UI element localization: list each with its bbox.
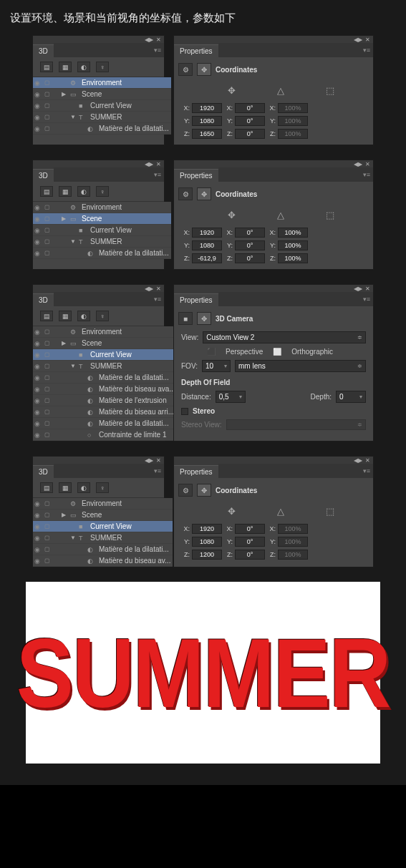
visibility-icon[interactable]: ◉ (34, 409, 42, 416)
panel-tab[interactable]: 3D (33, 465, 54, 478)
target-icon[interactable]: ▢ (44, 204, 52, 210)
target-icon[interactable]: ▢ (44, 79, 52, 86)
scale-field[interactable]: 100% (278, 253, 308, 263)
visibility-icon[interactable]: ◉ (34, 557, 42, 565)
tree-item[interactable]: ◉ ▢ ▼ T SUMMER (33, 532, 173, 544)
filter-scene-btn[interactable]: ▤ (40, 186, 53, 197)
filter-scene-btn[interactable]: ▤ (40, 482, 53, 493)
visibility-icon[interactable]: ◉ (34, 397, 42, 404)
position-field[interactable]: 1080 (192, 537, 222, 547)
mesh-mode-btn[interactable]: ⚙ (178, 484, 193, 497)
collapse-icon[interactable]: ◀▶ (354, 457, 362, 464)
visibility-icon[interactable]: ◉ (34, 351, 42, 359)
visibility-icon[interactable]: ◉ (34, 363, 42, 370)
coord-mode-btn[interactable]: ✥ (197, 312, 211, 325)
tree-item[interactable]: ◉ ▢ ■ Current View (33, 225, 171, 236)
target-icon[interactable]: ▢ (44, 340, 52, 346)
position-field[interactable]: 1080 (192, 116, 222, 126)
target-icon[interactable]: ▢ (44, 512, 52, 518)
filter-material-btn[interactable]: ◐ (77, 482, 90, 493)
camera-mode-btn[interactable]: ■ (178, 312, 193, 325)
collapse-icon[interactable]: ◀▶ (145, 161, 153, 167)
panel-menu[interactable]: ▾≡ (54, 43, 164, 57)
rotate-icon[interactable]: △ (272, 504, 289, 518)
filter-scene-btn[interactable]: ▤ (40, 311, 53, 321)
tree-item[interactable]: ◉ ▢ ◐ Matière de la dilatati... (33, 544, 173, 555)
tree-item[interactable]: ◉ ▢ ■ Current View (33, 349, 178, 361)
visibility-icon[interactable]: ◉ (34, 512, 42, 519)
tree-item[interactable]: ◉ ▢ ▼ T SUMMER (33, 361, 178, 372)
target-icon[interactable]: ▢ (44, 114, 52, 120)
tree-item[interactable]: ◉ ▢ ■ Current View (33, 521, 173, 532)
position-field[interactable]: 1920 (192, 524, 222, 534)
view-select[interactable]: Custom View 2≑ (203, 331, 366, 343)
caret-icon[interactable]: ▶ (62, 215, 67, 222)
tree-item[interactable]: ◉ ▢ ○ Contrainte de limite 1 (33, 429, 178, 441)
filter-mesh-btn[interactable]: ▦ (59, 311, 72, 321)
close-icon[interactable]: ✕ (156, 36, 161, 43)
scale-icon[interactable]: ⬚ (322, 208, 339, 222)
scale-icon[interactable]: ⬚ (322, 504, 339, 518)
move-icon[interactable]: ✥ (223, 83, 240, 97)
panel-menu[interactable]: ▾≡ (218, 43, 373, 57)
target-icon[interactable]: ▢ (44, 535, 52, 541)
target-icon[interactable]: ▢ (44, 523, 52, 530)
filter-mesh-btn[interactable]: ▦ (59, 482, 72, 493)
tree-item[interactable]: ◉ ▢ ▶ ▭ Scene (33, 89, 171, 100)
rotate-icon[interactable]: △ (272, 208, 289, 222)
filter-material-btn[interactable]: ◐ (77, 62, 90, 72)
panel-tab[interactable]: Properties (174, 465, 218, 478)
rotation-field[interactable]: 0° (235, 129, 265, 139)
panel-menu[interactable]: ▾≡ (54, 292, 164, 306)
panel-menu[interactable]: ▾≡ (54, 167, 164, 182)
filter-material-btn[interactable]: ◐ (77, 311, 90, 321)
filter-light-btn[interactable]: ♀ (96, 62, 109, 72)
visibility-icon[interactable]: ◉ (34, 102, 42, 109)
collapse-icon[interactable]: ◀▶ (354, 36, 362, 43)
close-icon[interactable]: ✕ (365, 286, 370, 292)
panel-tab[interactable]: 3D (33, 293, 54, 306)
caret-icon[interactable]: ▶ (62, 91, 67, 97)
close-icon[interactable]: ✕ (365, 457, 370, 464)
visibility-icon[interactable]: ◉ (34, 125, 42, 132)
perspective-icon[interactable]: ⬛ (207, 348, 216, 356)
tree-item[interactable]: ◉ ▢ ⚙ Environment (33, 326, 178, 338)
panel-tab[interactable]: Properties (174, 44, 218, 57)
lens-select[interactable]: mm lens≑ (235, 360, 366, 372)
caret-icon[interactable]: ▼ (70, 114, 76, 120)
visibility-icon[interactable]: ◉ (34, 535, 42, 542)
visibility-icon[interactable]: ◉ (34, 204, 42, 211)
orthographic-icon[interactable]: ⬜ (273, 348, 281, 356)
tree-item[interactable]: ◉ ▢ ◐ Matière du biseau arri... (33, 406, 178, 418)
collapse-icon[interactable]: ◀▶ (145, 36, 153, 43)
scale-icon[interactable]: ⬚ (322, 83, 339, 97)
tree-item[interactable]: ◉ ▢ ■ Current View (33, 100, 171, 112)
position-field[interactable]: 1080 (192, 240, 222, 250)
move-icon[interactable]: ✥ (223, 504, 240, 518)
tree-item[interactable]: ◉ ▢ ▶ ▭ Scene (33, 509, 173, 521)
rotation-field[interactable]: 0° (235, 524, 265, 534)
caret-icon[interactable]: ▶ (62, 340, 67, 346)
collapse-icon[interactable]: ◀▶ (354, 286, 362, 292)
close-icon[interactable]: ✕ (365, 161, 370, 167)
panel-tab[interactable]: Properties (174, 293, 218, 306)
target-icon[interactable]: ▢ (44, 500, 52, 507)
target-icon[interactable]: ▢ (44, 557, 52, 564)
filter-material-btn[interactable]: ◐ (77, 186, 90, 197)
depth-field[interactable]: 0▾ (336, 391, 366, 403)
tree-item[interactable]: ◉ ▢ ◐ Matière de l'extrusion (33, 395, 178, 406)
target-icon[interactable]: ▢ (44, 363, 52, 369)
filter-scene-btn[interactable]: ▤ (40, 62, 53, 72)
rotation-field[interactable]: 0° (235, 116, 265, 126)
tree-item[interactable]: ◉ ▢ ⚙ Environment (33, 202, 171, 213)
visibility-icon[interactable]: ◉ (34, 79, 42, 87)
distance-field[interactable]: 0,5▾ (216, 391, 246, 403)
coord-mode-btn[interactable]: ✥ (197, 187, 211, 200)
target-icon[interactable]: ▢ (44, 409, 52, 415)
filter-light-btn[interactable]: ♀ (96, 186, 109, 197)
visibility-icon[interactable]: ◉ (34, 328, 42, 336)
target-icon[interactable]: ▢ (44, 227, 52, 233)
mesh-mode-btn[interactable]: ⚙ (178, 63, 193, 76)
tree-item[interactable]: ◉ ▢ ◐ Matière de la dilatati... (33, 248, 171, 259)
target-icon[interactable]: ▢ (44, 386, 52, 392)
